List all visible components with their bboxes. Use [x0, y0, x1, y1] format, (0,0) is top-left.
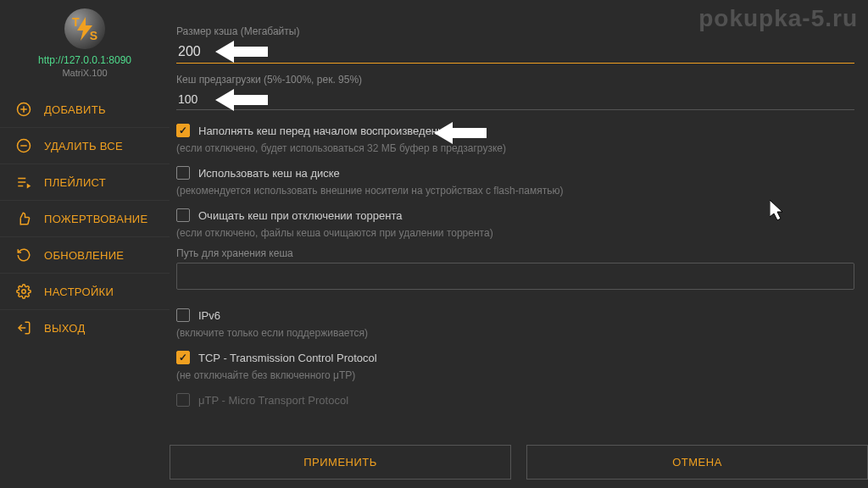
sidebar-item-label: НАСТРОЙКИ — [44, 286, 114, 298]
logo-block: T S http://127.0.0.1:8090 MatriX.100 — [0, 5, 170, 85]
ipv6-hint: (включите только если поддерживается) — [176, 325, 854, 347]
checkbox-unchecked-icon — [176, 208, 190, 222]
apply-button[interactable]: ПРИМЕНИТЬ — [170, 445, 511, 480]
preload-input[interactable] — [176, 89, 854, 110]
scroll-fade — [176, 413, 854, 439]
checkbox-checked-icon: ✓ — [176, 124, 190, 137]
settings-panel: Размер кэша (Мегабайты) Кеш предзагрузки… — [170, 0, 868, 488]
sidebar-item-label: ПОЖЕРТВОВАНИЕ — [44, 213, 147, 225]
storage-path-label: Путь для хранения кеша — [176, 247, 854, 259]
playlist-icon — [15, 175, 32, 190]
button-bar: ПРИМЕНИТЬ ОТМЕНА — [170, 436, 868, 488]
fill-cache-label: Наполнять кеш перед началом воспроизведе… — [198, 125, 449, 137]
sidebar-item-label: ДОБАВИТЬ — [44, 103, 106, 116]
storage-path-input[interactable] — [176, 263, 854, 290]
utp-label: μTP - Micro Transport Protocol — [198, 394, 348, 407]
cancel-button[interactable]: ОТМЕНА — [526, 445, 868, 480]
sidebar-item-refresh[interactable]: ОБНОВЛЕНИЕ — [0, 237, 170, 274]
cache-size-label: Размер кэша (Мегабайты) — [176, 25, 854, 37]
refresh-icon — [15, 247, 32, 263]
utp-checkbox-row[interactable]: μTP - Micro Transport Protocol — [176, 390, 854, 410]
clear-cache-checkbox-row[interactable]: Очищать кеш при отключении торрента — [176, 205, 854, 225]
sidebar-item-settings[interactable]: НАСТРОЙКИ — [0, 274, 170, 310]
checkbox-unchecked-icon — [176, 308, 190, 322]
sidebar-item-playlist[interactable]: ПЛЕЙЛИСТ — [0, 164, 170, 201]
cache-size-input[interactable] — [176, 41, 854, 64]
sidebar: T S http://127.0.0.1:8090 MatriX.100 ДОБ… — [0, 0, 170, 488]
clear-cache-label: Очищать кеш при отключении торрента — [198, 209, 402, 222]
sidebar-item-label: ОБНОВЛЕНИЕ — [44, 249, 124, 262]
sidebar-item-label: ПЛЕЙЛИСТ — [44, 176, 106, 189]
checkbox-unchecked-icon — [176, 166, 190, 180]
sidebar-item-exit[interactable]: ВЫХОД — [0, 310, 170, 346]
tcp-hint: (не отключайте без включенного μTP) — [176, 368, 854, 390]
fill-cache-hint: (если отключено, будет использоваться 32… — [176, 141, 854, 163]
disk-cache-hint: (рекомендуется использовать внешние носи… — [176, 183, 854, 205]
exit-icon — [15, 320, 32, 336]
checkbox-checked-icon: ✓ — [176, 351, 190, 364]
clear-cache-hint: (если отключено, файлы кеша очищаются пр… — [176, 225, 854, 247]
sidebar-item-add[interactable]: ДОБАВИТЬ — [0, 92, 170, 128]
server-url[interactable]: http://127.0.0.1:8090 — [0, 54, 170, 66]
disk-cache-label: Использовать кеш на диске — [198, 167, 340, 180]
ipv6-checkbox-row[interactable]: IPv6 — [176, 305, 854, 325]
app-logo-icon: T S — [64, 8, 105, 49]
fill-cache-checkbox-row[interactable]: ✓ Наполнять кеш перед началом воспроизве… — [176, 120, 854, 141]
tcp-checkbox-row[interactable]: ✓ TCP - Transmission Control Protocol — [176, 347, 854, 368]
sidebar-item-delete-all[interactable]: УДАЛИТЬ ВСЕ — [0, 128, 170, 164]
svg-point-10 — [22, 290, 26, 294]
minus-circle-icon — [15, 138, 32, 153]
tcp-label: TCP - Transmission Control Protocol — [198, 352, 377, 364]
gear-icon — [15, 284, 32, 299]
plus-circle-icon — [15, 102, 32, 117]
sidebar-item-label: УДАЛИТЬ ВСЕ — [44, 140, 123, 152]
sidebar-item-donate[interactable]: ПОЖЕРТВОВАНИЕ — [0, 201, 170, 237]
svg-marker-9 — [27, 184, 31, 189]
server-subtitle: MatriX.100 — [0, 68, 170, 78]
disk-cache-checkbox-row[interactable]: Использовать кеш на диске — [176, 163, 854, 183]
sidebar-menu: ДОБАВИТЬ УДАЛИТЬ ВСЕ ПЛЕЙЛИСТ ПОЖЕРТВОВА… — [0, 92, 170, 346]
checkbox-disabled-icon — [176, 393, 190, 407]
sidebar-item-label: ВЫХОД — [44, 322, 86, 335]
ipv6-label: IPv6 — [198, 309, 220, 322]
thumbs-up-icon — [15, 211, 32, 226]
preload-label: Кеш предзагрузки (5%-100%, рек. 95%) — [176, 74, 854, 86]
